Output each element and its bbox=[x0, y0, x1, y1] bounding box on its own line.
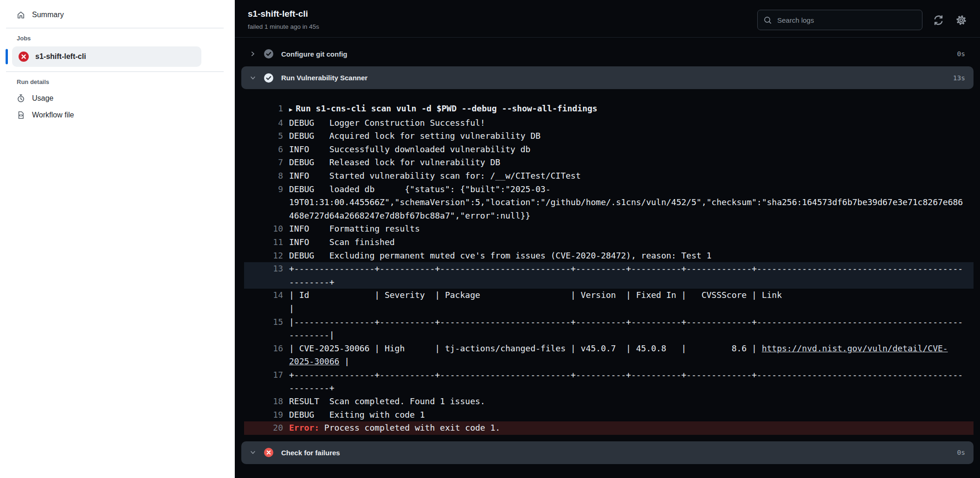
steps-list: Configure git config 0s Run Vulnerabilit… bbox=[235, 38, 980, 478]
sidebar-divider bbox=[6, 71, 224, 72]
log-output: 1▶Run s1-cns-cli scan vuln -d $PWD --deb… bbox=[241, 92, 974, 441]
log-text: | Id | Severity | Package | Version | Fi… bbox=[289, 290, 980, 313]
log-line: 1▶Run s1-cns-cli scan vuln -d $PWD --deb… bbox=[244, 102, 974, 116]
log-line: 8INFO Started vulnerability scan for: /_… bbox=[244, 169, 974, 183]
sidebar-item-summary[interactable]: Summary bbox=[12, 6, 224, 23]
job-status-summary: failed 1 minute ago in 45s bbox=[248, 23, 319, 30]
chevron-down-icon bbox=[250, 75, 256, 81]
log-line-number[interactable]: 18 bbox=[244, 395, 283, 408]
log-text: DEBUG Exiting with code 1 bbox=[289, 410, 425, 420]
log-line-number[interactable]: 12 bbox=[244, 249, 283, 263]
log-line-content: DEBUG Logger Construction Successful! bbox=[289, 116, 964, 130]
jobs-section-label: Jobs bbox=[17, 35, 224, 42]
log-line-number[interactable]: 16 bbox=[244, 342, 283, 355]
log-line-number[interactable]: 10 bbox=[244, 222, 283, 236]
step-run-vulnerability-scanner[interactable]: Run Vulnerability Scanner 13s bbox=[241, 66, 974, 89]
log-text: Process completed with exit code 1. bbox=[319, 423, 500, 433]
gear-icon-button[interactable] bbox=[954, 13, 968, 27]
log-line: 9DEBUG loaded db {"status": {"built":"20… bbox=[244, 183, 974, 223]
log-line-number[interactable]: 17 bbox=[244, 368, 283, 382]
x-circle-icon bbox=[264, 448, 273, 457]
log-line: 7DEBUG Released lock for vulnerability D… bbox=[244, 156, 974, 169]
step-duration: 0s bbox=[957, 449, 965, 456]
search-logs-box[interactable] bbox=[757, 10, 922, 30]
log-line-number[interactable]: 13 bbox=[244, 262, 283, 276]
log-line-content: Error: Process completed with exit code … bbox=[289, 421, 964, 435]
log-line-number[interactable]: 5 bbox=[244, 129, 283, 143]
header-actions bbox=[757, 10, 968, 30]
log-line-content: | Id | Severity | Package | Version | Fi… bbox=[289, 289, 964, 315]
log-text: INFO Started vulnerability scan for: /__… bbox=[289, 171, 581, 181]
log-text: RESULT Scan completed. Found 1 issues. bbox=[289, 396, 485, 406]
search-logs-input[interactable] bbox=[776, 16, 916, 25]
log-line-number[interactable]: 20 bbox=[244, 421, 283, 435]
log-line-content: INFO Formatting results bbox=[289, 222, 964, 236]
log-text: | bbox=[339, 356, 349, 366]
step-configure-git-config[interactable]: Configure git config 0s bbox=[241, 44, 974, 64]
step-duration: 0s bbox=[957, 50, 965, 58]
log-text: Run s1-cns-cli scan vuln -d $PWD --debug… bbox=[296, 103, 597, 113]
run-details-section-label: Run details bbox=[17, 78, 224, 85]
log-line-number[interactable]: 9 bbox=[244, 183, 283, 196]
log-line: 10INFO Formatting results bbox=[244, 222, 974, 236]
log-line-number[interactable]: 11 bbox=[244, 236, 283, 249]
chevron-down-icon bbox=[250, 449, 256, 456]
log-line: 16| CVE-2025-30066 | High | tj-actions/c… bbox=[244, 342, 974, 368]
job-log-panel: s1-shift-left-cli failed 1 minute ago in… bbox=[235, 0, 980, 478]
page-title: s1-shift-left-cli bbox=[248, 8, 319, 19]
job-title-block: s1-shift-left-cli failed 1 minute ago in… bbox=[248, 8, 319, 30]
log-line-content: +----------------+-----------+----------… bbox=[289, 262, 964, 289]
log-text: | CVE-2025-30066 | High | tj-actions/cha… bbox=[289, 343, 762, 353]
expand-command-icon[interactable]: ▶ bbox=[289, 106, 292, 113]
log-line: 12DEBUG Excluding permanent muted cve's … bbox=[244, 249, 974, 263]
log-line-content: DEBUG Excluding permanent muted cve's fr… bbox=[289, 249, 964, 263]
log-line: 5DEBUG Acquired lock for setting vulnera… bbox=[244, 129, 974, 143]
log-line: 13+----------------+-----------+--------… bbox=[244, 262, 974, 289]
log-line: 14| Id | Severity | Package | Version | … bbox=[244, 289, 974, 315]
stopwatch-icon bbox=[17, 94, 25, 103]
log-text: |----------------+-----------+----------… bbox=[289, 317, 963, 340]
log-text: DEBUG loaded db {"status": {"built":"202… bbox=[289, 184, 963, 220]
log-text: INFO Successfully downloaded vulnerabili… bbox=[289, 144, 530, 154]
failed-status-icon bbox=[19, 52, 29, 62]
log-line: 19DEBUG Exiting with code 1 bbox=[244, 408, 974, 422]
log-line-content: DEBUG Exiting with code 1 bbox=[289, 408, 964, 422]
step-label: Run Vulnerability Scanner bbox=[281, 74, 368, 82]
home-icon bbox=[17, 11, 25, 19]
sidebar-item-label: Usage bbox=[32, 94, 53, 103]
log-line-content: DEBUG Acquired lock for setting vulnerab… bbox=[289, 129, 964, 143]
log-line-content: RESULT Scan completed. Found 1 issues. bbox=[289, 395, 964, 408]
sidebar-item-usage[interactable]: Usage bbox=[12, 90, 224, 107]
log-text: DEBUG Logger Construction Successful! bbox=[289, 118, 485, 128]
log-line-content: INFO Successfully downloaded vulnerabili… bbox=[289, 143, 964, 156]
log-text: INFO Scan finished bbox=[289, 237, 395, 247]
log-line-number[interactable]: 4 bbox=[244, 116, 283, 130]
check-circle-icon bbox=[264, 73, 273, 83]
chevron-right-icon bbox=[250, 51, 256, 57]
active-job-indicator bbox=[6, 49, 8, 65]
log-line-number[interactable]: 14 bbox=[244, 289, 283, 302]
error-label: Error: bbox=[289, 423, 319, 433]
log-line-number[interactable]: 8 bbox=[244, 169, 283, 183]
log-text: DEBUG Released lock for vulnerability DB bbox=[289, 157, 500, 167]
log-text: +----------------+-----------+----------… bbox=[289, 370, 963, 393]
job-header: s1-shift-left-cli failed 1 minute ago in… bbox=[235, 0, 980, 38]
log-line-number[interactable]: 6 bbox=[244, 143, 283, 156]
step-check-for-failures[interactable]: Check for failures 0s bbox=[241, 441, 974, 464]
log-line-number[interactable]: 19 bbox=[244, 408, 283, 422]
log-line-number[interactable]: 7 bbox=[244, 156, 283, 169]
step-duration: 13s bbox=[953, 74, 965, 82]
log-line-number[interactable]: 1 bbox=[244, 102, 283, 116]
sidebar-item-workflow-file[interactable]: Workflow file bbox=[12, 107, 224, 123]
log-line-number[interactable]: 15 bbox=[244, 316, 283, 329]
log-line: 18RESULT Scan completed. Found 1 issues. bbox=[244, 395, 974, 408]
sidebar-item-label: Summary bbox=[32, 11, 64, 19]
sidebar-item-job[interactable]: s1-shift-left-cli bbox=[12, 46, 201, 67]
log-line-content: |----------------+-----------+----------… bbox=[289, 316, 964, 342]
log-line-content: | CVE-2025-30066 | High | tj-actions/cha… bbox=[289, 342, 964, 368]
refresh-logs-button[interactable] bbox=[932, 13, 945, 27]
sidebar-item-label: Workflow file bbox=[32, 111, 74, 119]
sidebar: Summary Jobs s1-shift-left-cli Run detai… bbox=[0, 0, 235, 478]
log-line: 15|----------------+-----------+--------… bbox=[244, 316, 974, 342]
log-line: 6INFO Successfully downloaded vulnerabil… bbox=[244, 143, 974, 156]
